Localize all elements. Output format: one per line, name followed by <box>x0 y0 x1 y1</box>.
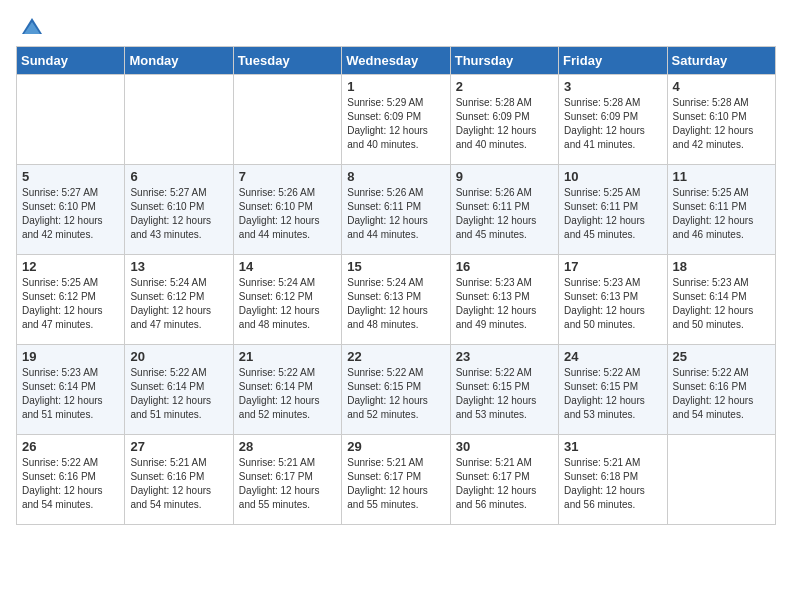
day-info: Sunrise: 5:21 AMSunset: 6:17 PMDaylight:… <box>456 456 553 512</box>
day-number: 26 <box>22 439 119 454</box>
calendar-cell: 25Sunrise: 5:22 AMSunset: 6:16 PMDayligh… <box>667 345 775 435</box>
day-number: 20 <box>130 349 227 364</box>
day-info: Sunrise: 5:26 AMSunset: 6:11 PMDaylight:… <box>456 186 553 242</box>
day-info: Sunrise: 5:26 AMSunset: 6:10 PMDaylight:… <box>239 186 336 242</box>
calendar-cell: 15Sunrise: 5:24 AMSunset: 6:13 PMDayligh… <box>342 255 450 345</box>
day-number: 15 <box>347 259 444 274</box>
calendar-week-row: 12Sunrise: 5:25 AMSunset: 6:12 PMDayligh… <box>17 255 776 345</box>
day-number: 24 <box>564 349 661 364</box>
calendar-cell: 24Sunrise: 5:22 AMSunset: 6:15 PMDayligh… <box>559 345 667 435</box>
calendar-cell: 28Sunrise: 5:21 AMSunset: 6:17 PMDayligh… <box>233 435 341 525</box>
day-info: Sunrise: 5:24 AMSunset: 6:12 PMDaylight:… <box>239 276 336 332</box>
day-number: 31 <box>564 439 661 454</box>
calendar-cell <box>667 435 775 525</box>
day-number: 2 <box>456 79 553 94</box>
day-number: 25 <box>673 349 770 364</box>
calendar-cell <box>233 75 341 165</box>
day-info: Sunrise: 5:22 AMSunset: 6:16 PMDaylight:… <box>673 366 770 422</box>
logo-icon <box>20 16 44 40</box>
day-info: Sunrise: 5:24 AMSunset: 6:13 PMDaylight:… <box>347 276 444 332</box>
calendar-cell: 23Sunrise: 5:22 AMSunset: 6:15 PMDayligh… <box>450 345 558 435</box>
day-number: 7 <box>239 169 336 184</box>
day-number: 29 <box>347 439 444 454</box>
day-info: Sunrise: 5:24 AMSunset: 6:12 PMDaylight:… <box>130 276 227 332</box>
calendar-cell: 21Sunrise: 5:22 AMSunset: 6:14 PMDayligh… <box>233 345 341 435</box>
calendar-cell: 2Sunrise: 5:28 AMSunset: 6:09 PMDaylight… <box>450 75 558 165</box>
calendar-cell: 19Sunrise: 5:23 AMSunset: 6:14 PMDayligh… <box>17 345 125 435</box>
day-info: Sunrise: 5:26 AMSunset: 6:11 PMDaylight:… <box>347 186 444 242</box>
day-info: Sunrise: 5:22 AMSunset: 6:16 PMDaylight:… <box>22 456 119 512</box>
calendar-cell: 30Sunrise: 5:21 AMSunset: 6:17 PMDayligh… <box>450 435 558 525</box>
calendar-cell: 9Sunrise: 5:26 AMSunset: 6:11 PMDaylight… <box>450 165 558 255</box>
day-info: Sunrise: 5:23 AMSunset: 6:14 PMDaylight:… <box>22 366 119 422</box>
calendar-cell: 6Sunrise: 5:27 AMSunset: 6:10 PMDaylight… <box>125 165 233 255</box>
weekday-header-friday: Friday <box>559 47 667 75</box>
calendar-cell: 11Sunrise: 5:25 AMSunset: 6:11 PMDayligh… <box>667 165 775 255</box>
calendar-cell: 4Sunrise: 5:28 AMSunset: 6:10 PMDaylight… <box>667 75 775 165</box>
calendar-cell <box>17 75 125 165</box>
weekday-header-wednesday: Wednesday <box>342 47 450 75</box>
day-number: 14 <box>239 259 336 274</box>
day-number: 16 <box>456 259 553 274</box>
day-info: Sunrise: 5:25 AMSunset: 6:11 PMDaylight:… <box>673 186 770 242</box>
weekday-header-sunday: Sunday <box>17 47 125 75</box>
day-number: 23 <box>456 349 553 364</box>
day-info: Sunrise: 5:25 AMSunset: 6:12 PMDaylight:… <box>22 276 119 332</box>
day-number: 13 <box>130 259 227 274</box>
day-number: 22 <box>347 349 444 364</box>
day-number: 6 <box>130 169 227 184</box>
day-number: 8 <box>347 169 444 184</box>
calendar-cell: 18Sunrise: 5:23 AMSunset: 6:14 PMDayligh… <box>667 255 775 345</box>
day-number: 10 <box>564 169 661 184</box>
calendar-cell: 31Sunrise: 5:21 AMSunset: 6:18 PMDayligh… <box>559 435 667 525</box>
weekday-header-monday: Monday <box>125 47 233 75</box>
weekday-header-saturday: Saturday <box>667 47 775 75</box>
calendar-cell: 10Sunrise: 5:25 AMSunset: 6:11 PMDayligh… <box>559 165 667 255</box>
day-info: Sunrise: 5:21 AMSunset: 6:17 PMDaylight:… <box>239 456 336 512</box>
day-number: 4 <box>673 79 770 94</box>
day-info: Sunrise: 5:29 AMSunset: 6:09 PMDaylight:… <box>347 96 444 152</box>
calendar-week-row: 19Sunrise: 5:23 AMSunset: 6:14 PMDayligh… <box>17 345 776 435</box>
calendar-cell: 17Sunrise: 5:23 AMSunset: 6:13 PMDayligh… <box>559 255 667 345</box>
day-number: 9 <box>456 169 553 184</box>
day-info: Sunrise: 5:23 AMSunset: 6:14 PMDaylight:… <box>673 276 770 332</box>
day-info: Sunrise: 5:23 AMSunset: 6:13 PMDaylight:… <box>564 276 661 332</box>
day-info: Sunrise: 5:27 AMSunset: 6:10 PMDaylight:… <box>22 186 119 242</box>
calendar-cell: 14Sunrise: 5:24 AMSunset: 6:12 PMDayligh… <box>233 255 341 345</box>
day-number: 19 <box>22 349 119 364</box>
day-number: 1 <box>347 79 444 94</box>
day-number: 27 <box>130 439 227 454</box>
calendar-week-row: 26Sunrise: 5:22 AMSunset: 6:16 PMDayligh… <box>17 435 776 525</box>
calendar-cell: 26Sunrise: 5:22 AMSunset: 6:16 PMDayligh… <box>17 435 125 525</box>
calendar-table: SundayMondayTuesdayWednesdayThursdayFrid… <box>16 46 776 525</box>
day-number: 21 <box>239 349 336 364</box>
day-info: Sunrise: 5:21 AMSunset: 6:17 PMDaylight:… <box>347 456 444 512</box>
day-info: Sunrise: 5:22 AMSunset: 6:14 PMDaylight:… <box>130 366 227 422</box>
logo <box>16 16 44 34</box>
day-number: 30 <box>456 439 553 454</box>
calendar-cell: 5Sunrise: 5:27 AMSunset: 6:10 PMDaylight… <box>17 165 125 255</box>
day-info: Sunrise: 5:23 AMSunset: 6:13 PMDaylight:… <box>456 276 553 332</box>
calendar-cell <box>125 75 233 165</box>
day-number: 3 <box>564 79 661 94</box>
calendar-cell: 20Sunrise: 5:22 AMSunset: 6:14 PMDayligh… <box>125 345 233 435</box>
day-number: 17 <box>564 259 661 274</box>
calendar-cell: 12Sunrise: 5:25 AMSunset: 6:12 PMDayligh… <box>17 255 125 345</box>
day-info: Sunrise: 5:28 AMSunset: 6:10 PMDaylight:… <box>673 96 770 152</box>
day-info: Sunrise: 5:27 AMSunset: 6:10 PMDaylight:… <box>130 186 227 242</box>
day-info: Sunrise: 5:22 AMSunset: 6:15 PMDaylight:… <box>564 366 661 422</box>
calendar-cell: 29Sunrise: 5:21 AMSunset: 6:17 PMDayligh… <box>342 435 450 525</box>
day-number: 5 <box>22 169 119 184</box>
day-info: Sunrise: 5:22 AMSunset: 6:15 PMDaylight:… <box>456 366 553 422</box>
day-number: 12 <box>22 259 119 274</box>
calendar-cell: 1Sunrise: 5:29 AMSunset: 6:09 PMDaylight… <box>342 75 450 165</box>
day-info: Sunrise: 5:22 AMSunset: 6:15 PMDaylight:… <box>347 366 444 422</box>
day-info: Sunrise: 5:21 AMSunset: 6:18 PMDaylight:… <box>564 456 661 512</box>
page-header <box>16 16 776 34</box>
day-number: 18 <box>673 259 770 274</box>
calendar-cell: 27Sunrise: 5:21 AMSunset: 6:16 PMDayligh… <box>125 435 233 525</box>
day-info: Sunrise: 5:28 AMSunset: 6:09 PMDaylight:… <box>456 96 553 152</box>
calendar-cell: 8Sunrise: 5:26 AMSunset: 6:11 PMDaylight… <box>342 165 450 255</box>
day-info: Sunrise: 5:25 AMSunset: 6:11 PMDaylight:… <box>564 186 661 242</box>
calendar-cell: 3Sunrise: 5:28 AMSunset: 6:09 PMDaylight… <box>559 75 667 165</box>
